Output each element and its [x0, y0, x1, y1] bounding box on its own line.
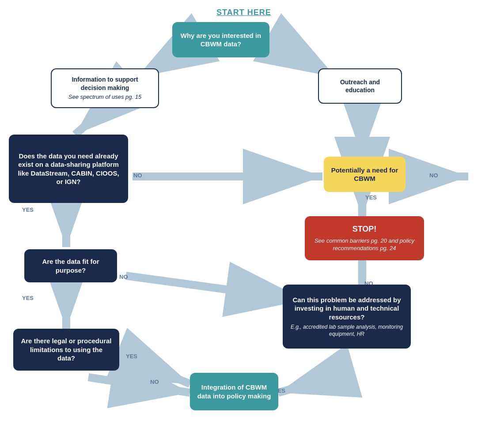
start-here-label: START HERE	[216, 8, 271, 17]
flowchart: START HERE Why are you interested in CBW…	[0, 0, 504, 424]
data-exist-node: Does the data you need already exist on …	[9, 135, 128, 203]
stop-node: STOP! See common barriers pg. 20 and pol…	[305, 216, 424, 260]
yes-label-4: YES	[126, 353, 137, 360]
svg-line-4	[75, 108, 105, 135]
yes-label-1: YES	[365, 194, 377, 201]
no-label-2: NO	[429, 172, 438, 179]
svg-line-15	[88, 377, 190, 393]
svg-line-10	[126, 276, 305, 300]
yes-label-2: YES	[22, 206, 34, 213]
integration-node: Integration of CBWM data into policy mak…	[190, 373, 278, 410]
no-label-1: NO	[133, 172, 142, 179]
fit-purpose-node: Are the data fit for purpose?	[24, 249, 117, 282]
yes-label-3: YES	[22, 295, 34, 301]
info-support-node: Information to support decision making S…	[51, 68, 159, 108]
no-label-3: NO	[119, 274, 128, 280]
start-question-node: Why are you interested in CBWM data?	[172, 22, 269, 57]
no-label-4: NO	[150, 379, 159, 385]
can-problem-node: Can this problem be addressed by investi…	[283, 285, 411, 349]
potentially-need-node: Potentially a need for CBWM	[324, 157, 405, 192]
legal-limitations-node: Are there legal or procedural limitation…	[13, 329, 119, 371]
outreach-node: Outreach and education	[318, 68, 402, 104]
